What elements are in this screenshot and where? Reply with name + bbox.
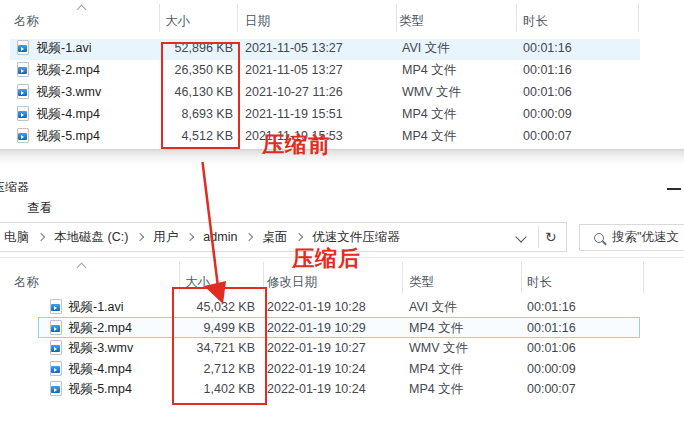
- video-file-icon: [17, 84, 29, 99]
- column-divider[interactable]: [643, 262, 644, 293]
- video-file-icon: [50, 381, 62, 396]
- video-file-icon: [50, 320, 62, 335]
- breadcrumb-item[interactable]: admin: [201, 230, 239, 244]
- file-name: 视频-3.wmv: [36, 82, 101, 102]
- file-duration: 00:00:07: [523, 126, 572, 146]
- file-name: 视频-3.wmv: [68, 338, 133, 358]
- file-name: 视频-5.mp4: [68, 379, 132, 399]
- file-row[interactable]: 视频-4.mp42,712 KB2022-01-19 10:24MP4 文件00…: [0, 359, 684, 379]
- column-divider[interactable]: [237, 4, 238, 32]
- breadcrumb-item[interactable]: 优速文件压缩器: [310, 229, 402, 246]
- file-name: 视频-1.avi: [36, 38, 92, 58]
- breadcrumb-chevron-icon: [295, 233, 303, 241]
- video-file-icon: [17, 40, 29, 55]
- video-file-icon: [50, 361, 62, 376]
- breadcrumb-chevron-icon: [186, 233, 194, 241]
- file-date: 2021-10-27 11:26: [245, 82, 343, 102]
- file-type: AVI 文件: [409, 297, 457, 317]
- file-name: 视频-4.mp4: [68, 359, 132, 379]
- column-divider[interactable]: [402, 262, 403, 293]
- file-row[interactable]: 视频-1.avi52,896 KB2021-11-05 13:27AVI 文件0…: [0, 38, 684, 58]
- file-row[interactable]: 视频-5.mp41,402 KB2022-01-19 10:24MP4 文件00…: [0, 379, 684, 399]
- address-bar-divider: [538, 226, 539, 248]
- file-date: 2022-01-19 10:27: [267, 338, 366, 358]
- file-date: 2021-11-19 15:51: [245, 104, 343, 124]
- file-row[interactable]: 视频-5.mp44,512 KB2021-11-19 15:53MP4 文件00…: [0, 126, 684, 146]
- column-header-size[interactable]: 大小: [165, 11, 190, 31]
- window-title: 压缩器: [0, 179, 29, 196]
- file-date: 2022-01-19 10:24: [267, 359, 366, 379]
- file-name: 视频-4.mp4: [36, 104, 100, 124]
- file-row[interactable]: 视频-2.mp49,499 KB2022-01-19 10:29MP4 文件00…: [0, 318, 684, 338]
- column-header-type[interactable]: 类型: [409, 272, 434, 292]
- menu-view[interactable]: 查看: [27, 200, 52, 217]
- after-sizes-annotation-box: [172, 287, 267, 405]
- column-header-date[interactable]: 日期: [245, 11, 270, 31]
- refresh-icon[interactable]: ↻: [545, 228, 557, 246]
- before-sizes-annotation-box: [161, 42, 240, 149]
- file-duration: 00:01:16: [527, 318, 576, 338]
- column-divider[interactable]: [638, 4, 639, 32]
- file-duration: 00:00:07: [527, 379, 576, 399]
- file-type: WMV 文件: [409, 338, 468, 358]
- column-header-duration[interactable]: 时长: [527, 272, 552, 292]
- file-date: 2022-01-19 10:29: [267, 318, 366, 338]
- search-icon: [594, 233, 604, 243]
- sort-ascending-icon: [77, 263, 87, 273]
- file-date: 2022-01-19 10:24: [267, 379, 366, 399]
- column-header-name[interactable]: 名称: [14, 272, 39, 292]
- search-input[interactable]: 搜索"优速文: [579, 224, 684, 251]
- file-name: 视频-5.mp4: [36, 126, 100, 146]
- file-name: 视频-2.mp4: [68, 318, 132, 338]
- breadcrumb-chevron-icon: [37, 233, 45, 241]
- breadcrumb-item[interactable]: 电脑: [2, 229, 31, 246]
- file-row[interactable]: 视频-1.avi45,032 KB2022-01-19 10:28AVI 文件0…: [0, 297, 684, 317]
- file-type: AVI 文件: [402, 38, 450, 58]
- file-type: MP4 文件: [409, 318, 463, 338]
- video-file-icon: [17, 106, 29, 121]
- breadcrumb-item[interactable]: 桌面: [260, 229, 289, 246]
- column-header-type[interactable]: 类型: [399, 11, 424, 31]
- file-type: WMV 文件: [402, 82, 461, 102]
- file-duration: 00:01:16: [523, 60, 572, 80]
- file-type: MP4 文件: [409, 359, 463, 379]
- file-row[interactable]: 视频-4.mp48,693 KB2021-11-19 15:51MP4 文件00…: [0, 104, 684, 124]
- file-duration: 00:01:16: [523, 38, 572, 58]
- video-file-icon: [17, 62, 29, 77]
- column-header-duration[interactable]: 时长: [523, 11, 548, 31]
- breadcrumb-item[interactable]: 用户: [151, 229, 180, 246]
- screenshot-root: 名称 大小 日期 类型 时长 视频-1.avi52,896 KB2021-11-…: [0, 0, 684, 426]
- file-duration: 00:01:16: [527, 297, 576, 317]
- file-duration: 00:00:09: [523, 104, 572, 124]
- column-header-name[interactable]: 名称: [14, 11, 39, 31]
- file-date: 2021-11-05 13:27: [245, 60, 343, 80]
- video-file-icon: [50, 299, 62, 314]
- before-compression-label: 压缩前: [262, 130, 331, 160]
- file-type: MP4 文件: [409, 379, 463, 399]
- file-duration: 00:00:09: [527, 359, 576, 379]
- minimize-icon[interactable]: [667, 188, 681, 190]
- column-divider[interactable]: [516, 4, 517, 32]
- file-name: 视频-1.avi: [68, 297, 124, 317]
- breadcrumb-chevron-icon: [245, 233, 253, 241]
- file-type: MP4 文件: [402, 104, 456, 124]
- breadcrumb-item[interactable]: 本地磁盘 (C:): [52, 229, 130, 246]
- search-text: 搜索"优速文: [612, 229, 679, 246]
- file-row[interactable]: 视频-3.wmv46,130 KB2021-10-27 11:26WMV 文件0…: [0, 82, 684, 102]
- file-type: MP4 文件: [402, 60, 456, 80]
- file-row[interactable]: 视频-2.mp426,350 KB2021-11-05 13:27MP4 文件0…: [0, 60, 684, 80]
- file-name: 视频-2.mp4: [36, 60, 100, 80]
- breadcrumb-chevron-icon: [136, 233, 144, 241]
- column-divider[interactable]: [396, 4, 397, 32]
- file-duration: 00:01:06: [523, 82, 572, 102]
- sort-ascending-icon: [77, 5, 87, 15]
- column-header-date[interactable]: 修改日期: [267, 272, 317, 292]
- video-file-icon: [17, 128, 29, 143]
- file-row[interactable]: 视频-3.wmv34,721 KB2022-01-19 10:27WMV 文件0…: [0, 338, 684, 358]
- after-compression-label: 压缩后: [292, 244, 361, 274]
- column-divider[interactable]: [521, 262, 522, 293]
- window-edge-shadow: [0, 149, 684, 166]
- column-divider[interactable]: [159, 4, 160, 32]
- file-date: 2021-11-05 13:27: [245, 38, 343, 58]
- file-type: MP4 文件: [402, 126, 456, 146]
